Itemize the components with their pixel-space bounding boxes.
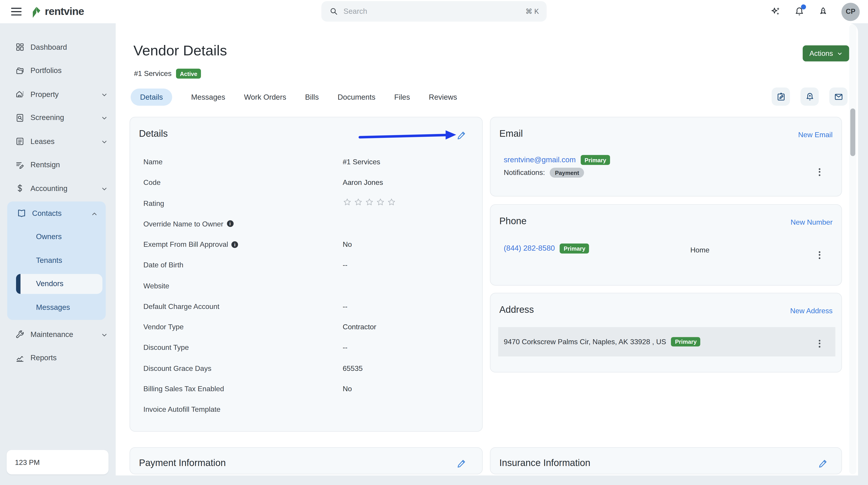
phone-card-title: Phone bbox=[499, 216, 526, 227]
sidebar-item-vendors[interactable]: Vendors bbox=[16, 274, 102, 294]
contacts-icon bbox=[17, 208, 26, 218]
sidebar-item-accounting[interactable]: Accounting bbox=[0, 176, 116, 200]
email-card-title: Email bbox=[499, 128, 523, 139]
tab-bills[interactable]: Bills bbox=[305, 93, 319, 101]
phone-number-link[interactable]: (844) 282-8580 bbox=[504, 244, 555, 253]
sidebar-item-rentsign[interactable]: Rentsign bbox=[0, 153, 116, 176]
sidebar-item-label: Dashboard bbox=[31, 43, 108, 51]
sidebar-item-label: Messages bbox=[36, 303, 70, 312]
add-note-button[interactable] bbox=[772, 88, 790, 106]
reports-icon bbox=[15, 353, 25, 363]
company-switcher[interactable]: 123 PM bbox=[6, 450, 108, 474]
tab-reviews[interactable]: Reviews bbox=[429, 93, 457, 101]
scrollbar-thumb[interactable] bbox=[850, 108, 855, 156]
sidebar-item-reports[interactable]: Reports bbox=[0, 346, 116, 370]
global-search[interactable]: ⌘ K bbox=[321, 1, 547, 22]
address-text: 9470 Corkscrew Palms Cir, Naples, AK 339… bbox=[504, 337, 666, 346]
chevron-down-icon bbox=[837, 51, 842, 56]
phone-type-label: Home bbox=[690, 246, 710, 254]
new-email-link[interactable]: New Email bbox=[798, 131, 833, 139]
detail-value: -- bbox=[343, 261, 347, 269]
brand-name: rentvine bbox=[45, 5, 84, 18]
tab-messages[interactable]: Messages bbox=[191, 93, 225, 101]
hamburger-menu-icon[interactable] bbox=[11, 8, 22, 15]
rocket-icon[interactable] bbox=[817, 6, 829, 17]
screening-icon bbox=[15, 113, 25, 123]
detail-label: Name bbox=[143, 158, 343, 166]
details-field-list: Name#1 ServicesCodeAaron JonesRatingOver… bbox=[130, 152, 483, 420]
detail-label: Discount Grace Days bbox=[143, 364, 343, 373]
quick-action-buttons bbox=[772, 88, 848, 106]
email-card: Email New Email srentvine@gmail.com Prim… bbox=[490, 117, 842, 197]
search-input[interactable] bbox=[339, 7, 526, 15]
vendor-tabs: DetailsMessagesWork OrdersBillsDocuments… bbox=[131, 89, 457, 105]
email-address-link[interactable]: srentvine@gmail.com bbox=[504, 156, 576, 164]
edit-details-pencil-icon[interactable] bbox=[456, 130, 467, 141]
sidebar-item-leases[interactable]: Leases bbox=[0, 129, 116, 153]
new-address-link[interactable]: New Address bbox=[790, 307, 833, 315]
detail-value: -- bbox=[343, 302, 347, 311]
chevron-down-icon bbox=[101, 185, 108, 192]
phone-kebab-menu-icon[interactable] bbox=[817, 249, 822, 261]
bell-plus-icon bbox=[805, 92, 815, 101]
detail-label: Default Charge Account bbox=[143, 302, 343, 311]
active-indicator-bar bbox=[16, 274, 21, 294]
sidebar-item-messages[interactable]: Messages bbox=[7, 296, 106, 319]
sidebar-item-label: Accounting bbox=[31, 184, 101, 193]
sidebar-item-tenants[interactable]: Tenants bbox=[7, 249, 106, 272]
info-icon[interactable]: i bbox=[231, 241, 238, 248]
star-outline-icon[interactable] bbox=[387, 197, 396, 209]
edit-payment-pencil-icon[interactable] bbox=[456, 458, 467, 469]
info-icon[interactable]: i bbox=[227, 221, 233, 227]
detail-row-override-name-to-owner: Override Name to Owneri bbox=[130, 214, 483, 234]
detail-value: Contractor bbox=[343, 323, 376, 331]
search-icon bbox=[329, 6, 339, 16]
tab-work-orders[interactable]: Work Orders bbox=[244, 93, 286, 101]
detail-row-code: CodeAaron Jones bbox=[130, 172, 483, 193]
sidebar-item-screening[interactable]: Screening bbox=[0, 106, 116, 129]
rentvine-logo[interactable]: rentvine bbox=[31, 4, 84, 18]
edit-insurance-pencil-icon[interactable] bbox=[817, 458, 828, 469]
portfolios-icon bbox=[15, 66, 25, 76]
add-reminder-button[interactable] bbox=[800, 88, 819, 106]
insurance-information-card: Insurance Information bbox=[490, 447, 842, 474]
notifications-bell-icon[interactable] bbox=[794, 6, 805, 17]
sidebar-nav-bottom: MaintenanceReports bbox=[0, 323, 116, 370]
tab-details[interactable]: Details bbox=[131, 88, 172, 105]
detail-value: No bbox=[343, 385, 352, 393]
maintenance-icon bbox=[15, 329, 25, 340]
address-card-title: Address bbox=[499, 304, 534, 316]
sidebar-item-label: Tenants bbox=[36, 256, 62, 264]
sidebar-item-label: Screening bbox=[31, 114, 101, 122]
sidebar-item-portfolios[interactable]: Portfolios bbox=[0, 59, 116, 83]
sidebar-item-dashboard[interactable]: Dashboard bbox=[0, 35, 116, 59]
rating-stars[interactable] bbox=[343, 197, 396, 209]
user-avatar[interactable]: CP bbox=[841, 2, 860, 21]
chevron-down-icon bbox=[101, 138, 108, 145]
tab-documents[interactable]: Documents bbox=[338, 93, 375, 101]
envelope-icon bbox=[833, 92, 843, 101]
star-outline-icon[interactable] bbox=[343, 197, 352, 209]
scrollbar-track[interactable] bbox=[849, 24, 857, 474]
sidebar-item-property[interactable]: Property bbox=[0, 83, 116, 106]
sidebar: DashboardPortfoliosPropertyScreeningLeas… bbox=[0, 23, 116, 485]
email-kebab-menu-icon[interactable] bbox=[817, 166, 822, 178]
tab-files[interactable]: Files bbox=[394, 93, 410, 101]
detail-label: Code bbox=[143, 178, 343, 187]
star-outline-icon[interactable] bbox=[365, 197, 374, 209]
send-email-button[interactable] bbox=[829, 88, 848, 106]
new-number-link[interactable]: New Number bbox=[790, 218, 833, 226]
sidebar-item-contacts[interactable]: Contacts bbox=[7, 201, 106, 225]
insurance-card-title: Insurance Information bbox=[499, 458, 590, 469]
star-outline-icon[interactable] bbox=[376, 197, 385, 209]
star-outline-icon[interactable] bbox=[354, 197, 363, 209]
actions-button[interactable]: Actions bbox=[803, 45, 849, 62]
address-kebab-menu-icon[interactable] bbox=[817, 337, 822, 350]
primary-badge: Primary bbox=[671, 337, 701, 347]
detail-row-discount-grace-days: Discount Grace Days65535 bbox=[130, 358, 483, 378]
sparkles-icon[interactable] bbox=[770, 6, 781, 17]
payment-information-card: Payment Information bbox=[129, 447, 483, 474]
sidebar-item-maintenance[interactable]: Maintenance bbox=[0, 323, 116, 346]
page-background: DashboardPortfoliosPropertyScreeningLeas… bbox=[0, 23, 868, 485]
sidebar-item-owners[interactable]: Owners bbox=[7, 225, 106, 249]
